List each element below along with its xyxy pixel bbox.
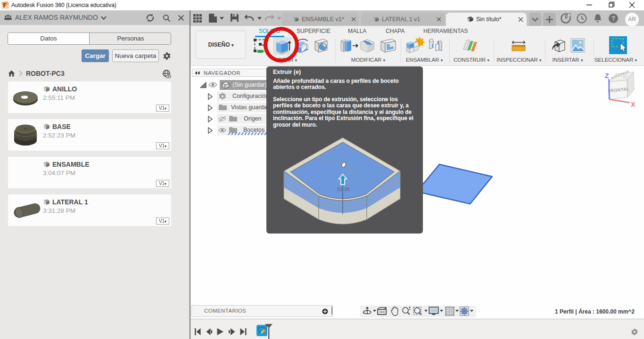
svg-text:10: 10 <box>337 187 342 192</box>
svg-text:00: 00 <box>344 187 350 192</box>
svg-text:X: X <box>631 101 636 108</box>
svg-text:?: ? <box>611 15 616 22</box>
svg-text:Z: Z <box>605 72 609 80</box>
